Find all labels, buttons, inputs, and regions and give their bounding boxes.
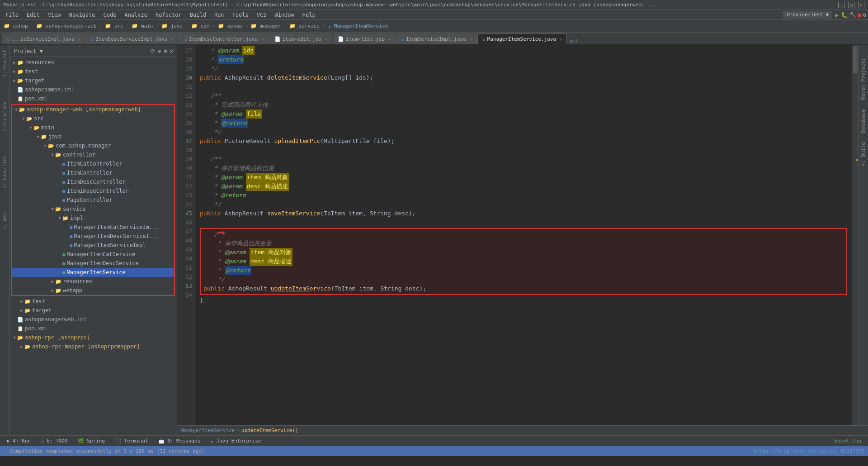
tree-item-target-inner[interactable]: ▶ 📂 target (10, 306, 177, 315)
minimize-btn[interactable]: — (838, 2, 844, 8)
menu-refactor[interactable]: Refactor (152, 11, 185, 19)
sidebar-favorites-label[interactable]: 2: Favorites (1, 153, 8, 191)
bc-main[interactable]: 📁 main (132, 23, 153, 29)
tab-overflow[interactable]: ≫4 (569, 38, 578, 44)
tab-itemdesccontroller[interactable]: ☕ ItemDescController.java ✕ (179, 33, 269, 44)
tree-item-pom-xml-web[interactable]: ▶ 📋 pom.xml (10, 324, 177, 333)
bc-ashop2[interactable]: 📁 ashop (218, 23, 242, 29)
bc-java[interactable]: 📁 java (161, 23, 183, 29)
tab-itemserviceimpl[interactable]: ☕ ItemServiceImpl.java ✕ (396, 33, 477, 44)
sidebar-project-label[interactable]: 1: Project (1, 47, 8, 80)
tree-item-target-top[interactable]: ▶ 📂 target (10, 76, 177, 85)
menu-code[interactable]: Code (100, 11, 120, 19)
tree-item-java[interactable]: ▼ 📁 java (12, 132, 174, 141)
settings-btn[interactable]: ⚙ (863, 12, 866, 18)
stop-btn[interactable]: ■ (858, 12, 861, 18)
sidebar-web-label[interactable]: 1: Web (1, 210, 8, 232)
sync-icon[interactable]: ⟳ (151, 48, 155, 54)
maximize-btn[interactable]: □ (848, 2, 854, 8)
tree-item-impl[interactable]: ▼ 📂 impl (12, 214, 174, 223)
build-btn[interactable]: 🔨 (849, 12, 856, 18)
maven-projects-label[interactable]: Maven Projects (859, 54, 867, 104)
scrollbar-area[interactable] (852, 45, 858, 425)
debug-btn[interactable]: 🐛 (841, 12, 848, 18)
menu-tools[interactable]: Tools (229, 11, 252, 19)
menu-navigate[interactable]: Navigate (66, 11, 99, 19)
tree-item-ashop-rpc[interactable]: ▼ 📂 ashop-rpc [ashoprpc] (10, 333, 177, 342)
tree-item-resources[interactable]: ▶ 📁 resources (10, 58, 177, 67)
close-panel-icon[interactable]: ✕ (170, 48, 173, 54)
tree-item-manageritemdescserviceimpl[interactable]: ▶ ● ManagerItemDescServiceI... (12, 232, 174, 241)
tree-item-manageritemdescservice[interactable]: ▶ ● ManagerItemDescService (12, 259, 174, 268)
tab-event-log[interactable]: Event Log (829, 437, 866, 445)
bc-file[interactable]: ☕ ManagerItemService (328, 23, 388, 29)
tree-item-ashopmanagerweb-iml[interactable]: ▶ 📄 ashopmanagerweb.iml (10, 315, 177, 324)
bc-service[interactable]: 📁 service (289, 23, 320, 29)
code-line-50: * @param desc 商品描述 (203, 257, 844, 266)
tree-item-ashopcommon-iml[interactable]: ▶ 📄 ashopcommon.iml (10, 85, 177, 94)
tree-item-manageritemcatservice[interactable]: ▶ ● ManagerItemCatService (12, 250, 174, 259)
menu-analyze[interactable]: Analyze (121, 11, 151, 19)
tab-scserviceimpl[interactable]: ☕ ...scServiceImpl.java ✕ (2, 33, 85, 44)
tree-item-manageritemservice[interactable]: ▶ ● ManagerItemService (12, 268, 174, 277)
tab-terminal[interactable]: ⬛ Terminal (110, 437, 153, 445)
tree-item-ashop-rpc-mapper[interactable]: ▶ 📂 ashop-rpc-mapper [ashoprpcmapper] (10, 342, 177, 351)
database-label[interactable]: Database (859, 105, 867, 137)
bc-src[interactable]: 📁 src (105, 23, 123, 29)
bc-manager-web[interactable]: 📁 ashop-manager-web (36, 23, 96, 29)
tree-item-pagecontroller[interactable]: ▶ ● PageController (12, 195, 174, 204)
bc-manager[interactable]: 📁 manager (250, 23, 281, 29)
code-area[interactable]: * @param ids * @return */ ● public Ashop… (195, 45, 852, 425)
tree-item-pom-xml-top[interactable]: ▶ 📋 pom.xml (10, 94, 177, 103)
code-line-52: */ (203, 275, 844, 284)
tree-item-com-ashop-manager[interactable]: ▼ 📂 com.ashop.manager (12, 141, 174, 150)
menu-window[interactable]: Window (271, 11, 297, 19)
menu-edit[interactable]: Edit (23, 11, 43, 19)
tree-item-itemcatcontroller[interactable]: ▶ ● ItemCatController (12, 159, 174, 168)
menu-help[interactable]: Help (299, 11, 319, 19)
gear-icon[interactable]: ≡ (164, 48, 167, 54)
tab-todo[interactable]: ☑ 6: TODO (36, 437, 73, 445)
menu-vcs[interactable]: VCS (253, 11, 270, 19)
tree-item-manageritemcatserviceimpl[interactable]: ▶ ● ManagerItemCatServiceIm... (12, 223, 174, 232)
tree-item-webapp[interactable]: ▶ 📁 webapp (12, 286, 174, 295)
editor-bc-file[interactable]: ManagerItemService (181, 428, 235, 433)
tree-item-itemdesccontroller[interactable]: ▶ ● ItemDescController (12, 177, 174, 186)
tree-item-resources-inner[interactable]: ▶ 📁 resources (12, 277, 174, 286)
tab-item-edit[interactable]: 📄 item-edit.jsp ✕ (269, 33, 333, 44)
bc-arrow-icon: › (236, 428, 240, 433)
tab-manageritemservice[interactable]: ☕ ManagerItemService.java ✕ (477, 33, 567, 44)
tree-item-src[interactable]: ▼ 📂 src (12, 114, 174, 123)
tree-item-controller[interactable]: ▼ 📂 controller (12, 150, 174, 159)
editor-bc-method[interactable]: updateItemService() (241, 428, 298, 433)
tree-item-service[interactable]: ▼ 📂 service (12, 204, 174, 214)
bc-com[interactable]: 📁 com (191, 23, 210, 29)
tree-item-manageritemserviceimpl[interactable]: ▶ ● ManagerItemServiceImpl (12, 241, 174, 250)
sidebar-structure-label[interactable]: Z-Structure (1, 99, 8, 134)
tree-item-itemimagecontroller[interactable]: ▶ ● ItemImageController (12, 186, 174, 195)
build-label[interactable]: 4: Build (859, 138, 867, 170)
menu-run[interactable]: Run (211, 11, 228, 19)
tree-item-itemcontroller[interactable]: ▶ ● ItemController (12, 168, 174, 177)
tab-itemdescserviceimpl[interactable]: ☕ ItemDescServiceImpl.java ✕ (86, 33, 179, 44)
run-btn[interactable]: ▶ (835, 11, 839, 19)
settings-icon[interactable]: ⚙ (158, 48, 161, 54)
tree-item-test[interactable]: ▶ 📁 test (10, 67, 177, 76)
tree-item-main[interactable]: ▼ 📂 main (12, 123, 174, 132)
tab-run[interactable]: ▶ 4: Run (2, 437, 36, 445)
tree-item-ashop-manager-web[interactable]: ▼ 📂 ashop-manager-web [ashopmanagerweb] (12, 105, 174, 114)
close-btn[interactable]: ✕ (858, 2, 864, 8)
tree-item-test-inner[interactable]: ▶ 📁 test (10, 297, 177, 306)
menu-file[interactable]: File (2, 11, 22, 19)
menu-view[interactable]: View (44, 11, 65, 19)
code-line-51: * @return (203, 266, 844, 275)
scrollbar-thumb[interactable] (853, 46, 858, 73)
tab-spring[interactable]: 🌿 Spring (73, 437, 110, 445)
code-line-37: ● public PictureResult uploadItemPic(Mul… (200, 137, 847, 146)
tab-item-list[interactable]: 📄 item-list.jsp ✕ (333, 33, 396, 44)
menu-build[interactable]: Build (186, 11, 210, 19)
tab-messages[interactable]: 📩 0: Messages (153, 437, 205, 445)
tab-java-enterprise[interactable]: ☕ Java Enterprise (205, 437, 266, 445)
bc-ashop[interactable]: 📁 ashop (4, 23, 28, 29)
provider-test-btn[interactable]: ProviderTest ▼ (783, 11, 832, 19)
